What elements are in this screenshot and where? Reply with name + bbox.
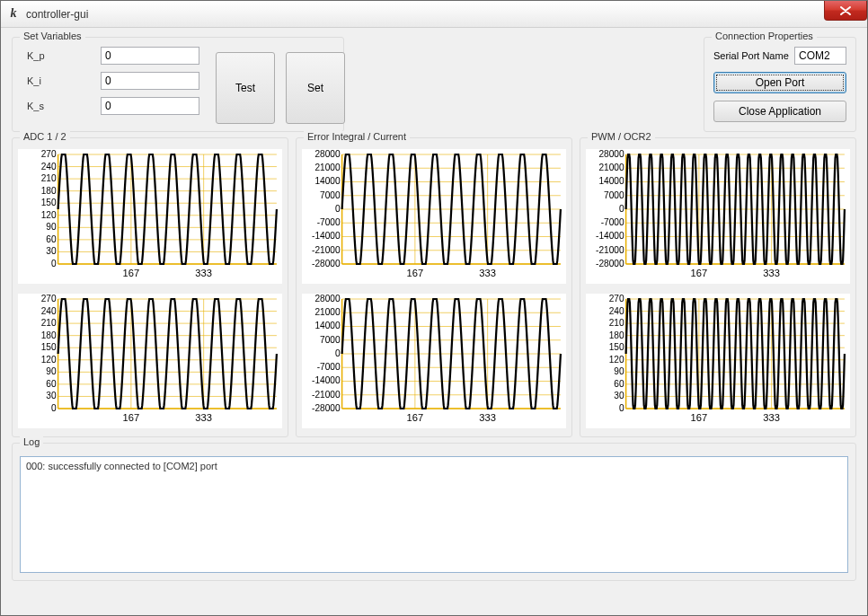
close-window-button[interactable] xyxy=(824,1,867,21)
close-icon xyxy=(840,6,851,15)
ki-label: K_i xyxy=(22,75,93,86)
svg-text:0: 0 xyxy=(335,348,341,358)
serial-port-input[interactable] xyxy=(794,47,846,65)
svg-text:210: 210 xyxy=(609,318,624,328)
pwm-chart-2: 0306090120150180210240270167333 xyxy=(586,294,850,428)
svg-text:28000: 28000 xyxy=(314,149,341,159)
svg-text:28000: 28000 xyxy=(598,149,624,159)
svg-text:0: 0 xyxy=(51,259,57,268)
pwm-chart-group: PWM / OCR2 -28000-21000-14000-7000070001… xyxy=(580,137,856,437)
svg-text:150: 150 xyxy=(41,342,57,352)
svg-text:30: 30 xyxy=(614,392,624,401)
close-application-button[interactable]: Close Application xyxy=(713,101,846,122)
error-chart-2: -28000-21000-14000-700007000140002100028… xyxy=(302,294,566,428)
svg-text:120: 120 xyxy=(41,355,57,365)
ks-label: K_s xyxy=(22,101,93,111)
svg-text:120: 120 xyxy=(41,210,57,220)
app-icon: k xyxy=(6,7,21,22)
svg-text:-14000: -14000 xyxy=(312,232,341,242)
svg-text:0: 0 xyxy=(619,403,624,413)
svg-text:270: 270 xyxy=(41,294,57,304)
log-legend: Log xyxy=(20,436,43,447)
svg-text:167: 167 xyxy=(691,268,708,278)
app-window: k controller-gui Set Variables K_p K_i K… xyxy=(0,0,868,616)
svg-text:0: 0 xyxy=(335,204,341,214)
set-button[interactable]: Set xyxy=(286,52,345,124)
set-variables-group: Set Variables K_p K_i K_s Test Set xyxy=(12,37,344,132)
ks-input[interactable] xyxy=(101,97,199,115)
test-button[interactable]: Test xyxy=(216,52,275,124)
svg-text:333: 333 xyxy=(763,268,780,278)
pwm-chart-1: -28000-21000-14000-700007000140002100028… xyxy=(586,149,850,284)
open-port-button[interactable]: Open Port xyxy=(713,72,846,93)
svg-text:-7000: -7000 xyxy=(317,217,341,227)
ki-input[interactable] xyxy=(101,72,199,90)
svg-text:-28000: -28000 xyxy=(596,259,624,268)
svg-text:150: 150 xyxy=(609,342,624,352)
svg-text:167: 167 xyxy=(407,268,424,278)
svg-text:270: 270 xyxy=(609,294,624,304)
svg-text:210: 210 xyxy=(41,173,57,183)
svg-text:240: 240 xyxy=(41,162,57,172)
svg-text:120: 120 xyxy=(609,355,624,365)
adc-legend: ADC 1 / 2 xyxy=(20,131,70,142)
svg-text:-28000: -28000 xyxy=(312,259,341,268)
svg-text:270: 270 xyxy=(41,149,57,159)
svg-text:180: 180 xyxy=(41,186,57,196)
error-chart-group: Error Integral / Current -28000-21000-14… xyxy=(296,137,572,437)
svg-text:180: 180 xyxy=(41,330,57,340)
svg-text:14000: 14000 xyxy=(598,177,624,187)
svg-text:21000: 21000 xyxy=(314,307,341,317)
top-row-spacer xyxy=(351,37,696,132)
svg-text:-7000: -7000 xyxy=(317,362,341,372)
svg-text:90: 90 xyxy=(46,366,57,376)
svg-text:0: 0 xyxy=(619,204,624,214)
svg-text:167: 167 xyxy=(123,268,140,278)
svg-text:30: 30 xyxy=(46,392,57,401)
svg-text:167: 167 xyxy=(123,412,140,423)
svg-text:333: 333 xyxy=(763,412,780,423)
svg-text:333: 333 xyxy=(195,412,212,423)
svg-text:240: 240 xyxy=(41,306,57,316)
svg-text:90: 90 xyxy=(614,366,624,376)
svg-text:333: 333 xyxy=(479,268,496,278)
adc-chart-2: 0306090120150180210240270167333 xyxy=(18,294,282,428)
svg-text:21000: 21000 xyxy=(314,163,341,172)
svg-text:-21000: -21000 xyxy=(596,245,624,255)
adc-chart-1: 0306090120150180210240270167333 xyxy=(18,149,282,284)
kp-label: K_p xyxy=(22,50,93,61)
error-legend: Error Integral / Current xyxy=(304,131,410,142)
error-chart-1: -28000-21000-14000-700007000140002100028… xyxy=(302,149,566,284)
pwm-legend: PWM / OCR2 xyxy=(588,131,655,142)
svg-text:-7000: -7000 xyxy=(601,217,624,227)
svg-text:60: 60 xyxy=(614,379,624,389)
svg-text:14000: 14000 xyxy=(314,177,341,187)
svg-text:210: 210 xyxy=(41,318,57,328)
log-group: Log 000: successfully connected to [COM2… xyxy=(12,443,856,581)
svg-text:-14000: -14000 xyxy=(312,376,341,386)
titlebar[interactable]: k controller-gui xyxy=(1,1,867,28)
content-area: Set Variables K_p K_i K_s Test Set Conne… xyxy=(1,28,867,590)
svg-text:7000: 7000 xyxy=(320,335,341,345)
svg-text:167: 167 xyxy=(407,412,424,423)
svg-text:7000: 7000 xyxy=(604,190,624,200)
kp-input[interactable] xyxy=(101,47,199,65)
svg-text:333: 333 xyxy=(195,268,212,278)
svg-text:-14000: -14000 xyxy=(596,232,624,242)
serial-port-label: Serial Port Name xyxy=(713,50,789,61)
svg-text:167: 167 xyxy=(691,412,708,423)
svg-text:21000: 21000 xyxy=(598,163,624,172)
svg-text:60: 60 xyxy=(46,234,57,244)
svg-text:150: 150 xyxy=(41,198,57,207)
window-title: controller-gui xyxy=(26,8,88,21)
svg-text:240: 240 xyxy=(609,306,624,316)
svg-text:7000: 7000 xyxy=(320,190,341,200)
connection-legend: Connection Properties xyxy=(712,31,817,41)
svg-text:28000: 28000 xyxy=(314,294,341,304)
svg-text:60: 60 xyxy=(46,379,57,389)
svg-text:14000: 14000 xyxy=(314,321,341,331)
adc-chart-group: ADC 1 / 2 030609012015018021024027016733… xyxy=(12,137,288,437)
log-textarea[interactable]: 000: successfully connected to [COM2] po… xyxy=(20,456,848,573)
svg-text:333: 333 xyxy=(479,412,496,423)
svg-text:-21000: -21000 xyxy=(312,245,341,255)
